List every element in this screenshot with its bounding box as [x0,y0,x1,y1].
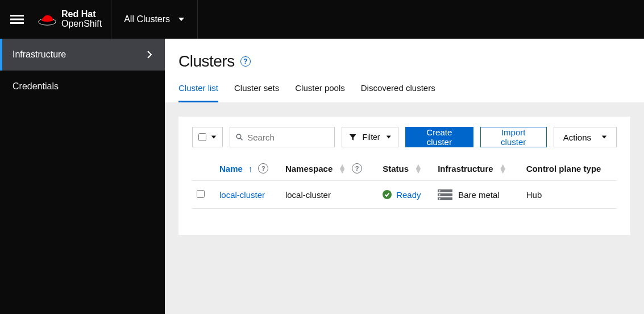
page-header: Clusters ? Cluster list Cluster sets Clu… [165,39,644,103]
actions-dropdown[interactable]: Actions [554,127,617,147]
top-bar: Red Hat OpenShift All Clusters [0,0,644,39]
col-infrastructure[interactable]: Infrastructure ▲▼ [433,156,522,181]
search-input[interactable] [247,133,329,142]
svg-line-5 [240,138,242,140]
table-row: local-cluster local-cluster Ready [192,181,617,209]
redhat-icon [38,12,57,27]
hamburger-menu-button[interactable] [0,0,34,39]
search-field[interactable] [230,127,335,147]
context-selector[interactable]: All Clusters [111,0,197,39]
svg-point-4 [236,134,241,139]
sidebar-item-label: Infrastructure [13,49,66,60]
brand-logo[interactable]: Red Hat OpenShift [34,0,111,39]
svg-point-11 [439,194,440,195]
import-cluster-button[interactable]: Import cluster [480,127,547,147]
tab-cluster-sets[interactable]: Cluster sets [234,78,279,102]
cell-namespace: local-cluster [281,181,378,209]
select-all-dropdown[interactable] [192,127,223,147]
check-circle-icon [383,190,392,199]
bare-metal-icon [438,189,452,200]
sort-icon: ▲▼ [338,164,346,173]
cell-control-plane: Hub [522,181,617,209]
brand-line2: OpenShift [61,19,102,29]
svg-rect-2 [10,22,24,24]
sidebar-item-label: Credentials [13,81,59,92]
row-checkbox[interactable] [197,190,205,198]
help-icon[interactable]: ? [258,163,268,173]
infra-bare-metal: Bare metal [438,189,517,200]
cluster-name-link[interactable]: local-cluster [219,190,265,200]
tabs: Cluster list Cluster sets Cluster pools … [178,78,630,102]
clusters-card: Filter Create cluster Import cluster Act… [178,117,630,235]
sort-icon: ▲▼ [499,164,507,173]
col-status[interactable]: Status ▲▼ [378,156,433,181]
tab-discovered-clusters[interactable]: Discovered clusters [361,78,435,102]
clusters-table: Name ↑ ? Namespace ▲▼ ? [192,156,617,209]
sidebar-item-infrastructure[interactable]: Infrastructure [0,39,165,71]
chevron-right-icon [147,51,152,59]
help-icon[interactable]: ? [240,56,251,67]
caret-down-icon [386,134,392,140]
sidebar: Infrastructure Credentials [0,39,165,314]
filter-icon [349,133,356,141]
search-icon [236,133,243,141]
col-name[interactable]: Name ↑ ? [215,156,281,181]
actions-label: Actions [563,133,591,142]
divider [197,0,198,39]
brand-line1: Red Hat [61,10,102,19]
hamburger-icon [10,13,24,26]
status-ready[interactable]: Ready [383,190,429,200]
create-cluster-button[interactable]: Create cluster [405,127,473,147]
select-all-checkbox[interactable] [198,133,206,141]
filter-label: Filter [362,133,380,142]
svg-point-10 [439,190,440,191]
sidebar-item-credentials[interactable]: Credentials [0,71,165,102]
svg-rect-1 [10,19,24,20]
context-label: All Clusters [124,14,170,24]
svg-point-12 [439,198,440,199]
caret-down-icon [211,134,217,140]
sort-asc-icon: ↑ [248,164,253,173]
col-namespace[interactable]: Namespace ▲▼ ? [281,156,378,181]
tab-cluster-list[interactable]: Cluster list [178,78,218,102]
tab-cluster-pools[interactable]: Cluster pools [295,78,345,102]
svg-point-6 [383,190,392,199]
main-content: Clusters ? Cluster list Cluster sets Clu… [165,39,644,314]
caret-down-icon [178,16,185,23]
help-icon[interactable]: ? [352,163,362,173]
sort-icon: ▲▼ [414,164,422,173]
brand-text: Red Hat OpenShift [61,10,102,29]
filter-dropdown[interactable]: Filter [342,127,398,147]
svg-rect-0 [10,15,24,16]
col-control-plane[interactable]: Control plane type [522,156,617,181]
caret-down-icon [601,134,607,140]
page-title: Clusters [178,52,235,71]
toolbar: Filter Create cluster Import cluster Act… [192,127,617,147]
